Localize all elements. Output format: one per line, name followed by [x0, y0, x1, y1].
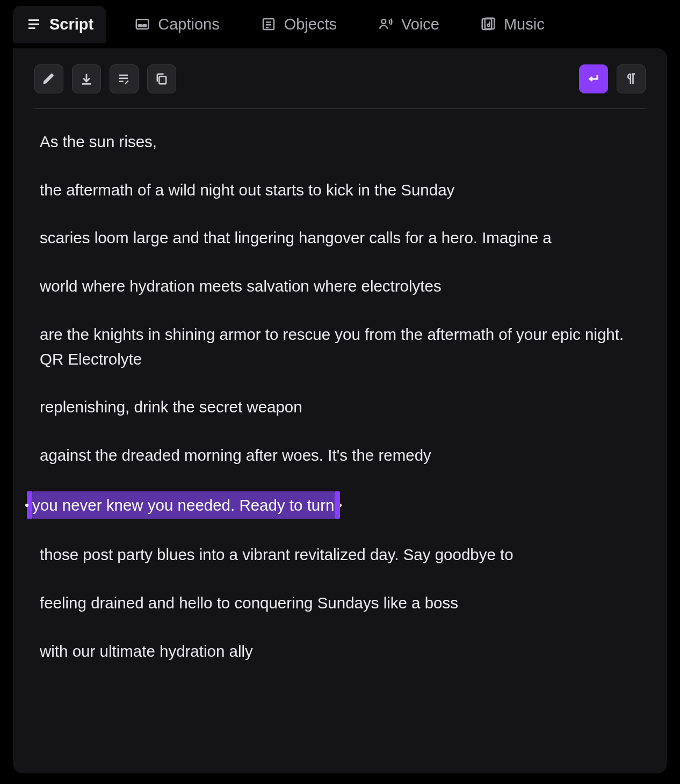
tab-label: Captions	[158, 16, 219, 33]
tab-label: Voice	[401, 16, 439, 33]
enter-button[interactable]	[579, 64, 608, 93]
tab-bar: Script Captions Objects	[0, 0, 680, 48]
tab-objects[interactable]: Objects	[248, 6, 350, 43]
script-line[interactable]: those post party blues into a vibrant re…	[40, 541, 640, 568]
script-icon	[26, 16, 42, 32]
tab-voice[interactable]: Voice	[365, 6, 452, 43]
script-panel: As the sun rises, the aftermath of a wil…	[13, 48, 667, 773]
script-line[interactable]: As the sun rises,	[40, 128, 640, 155]
script-line-selected[interactable]: you never knew you needed. Ready to turn	[32, 490, 640, 520]
script-line[interactable]: against the dreaded morning after woes. …	[40, 442, 640, 469]
voice-icon	[378, 16, 394, 32]
script-line[interactable]: feeling drained and hello to conquering …	[40, 590, 640, 616]
selection-highlight[interactable]: you never knew you needed. Ready to turn	[32, 491, 335, 519]
svg-rect-3	[136, 19, 149, 29]
tab-captions[interactable]: Captions	[121, 6, 232, 43]
svg-rect-16	[159, 76, 166, 84]
enter-icon	[586, 71, 601, 86]
script-line[interactable]: are the knights in shining armor to resc…	[40, 321, 640, 372]
script-body[interactable]: As the sun rises, the aftermath of a wil…	[34, 128, 646, 665]
objects-icon	[261, 16, 277, 32]
pilcrow-button[interactable]	[617, 64, 646, 93]
list-edit-button[interactable]	[110, 64, 139, 93]
captions-icon	[134, 16, 150, 32]
list-edit-icon	[117, 71, 132, 86]
music-icon	[480, 16, 496, 32]
selection-handle-left[interactable]	[25, 504, 28, 507]
tab-label: Music	[504, 16, 545, 33]
script-line[interactable]: with our ultimate hydration ally	[40, 638, 640, 665]
script-line-text: you never knew you needed. Ready to turn	[32, 496, 335, 514]
copy-button[interactable]	[147, 64, 176, 93]
script-line[interactable]: replenishing, drink the secret weapon	[40, 394, 640, 420]
tab-label: Script	[49, 16, 93, 33]
copy-icon	[154, 71, 169, 86]
script-line[interactable]: scaries loom large and that lingering ha…	[40, 224, 640, 251]
download-button[interactable]	[72, 64, 101, 93]
tab-script[interactable]: Script	[13, 6, 106, 43]
svg-point-10	[381, 19, 386, 24]
tab-music[interactable]: Music	[467, 6, 558, 43]
edit-button[interactable]	[34, 64, 63, 93]
script-line[interactable]: world where hydration meets salvation wh…	[40, 273, 640, 300]
pilcrow-icon	[624, 71, 639, 86]
svg-rect-5	[143, 25, 146, 26]
download-icon	[79, 71, 94, 86]
tab-label: Objects	[284, 16, 337, 33]
script-line[interactable]: the aftermath of a wild night out starts…	[40, 177, 640, 204]
toolbar	[34, 64, 646, 109]
pencil-icon	[41, 71, 56, 86]
selection-handle-right[interactable]	[338, 504, 342, 507]
svg-rect-4	[139, 25, 142, 26]
